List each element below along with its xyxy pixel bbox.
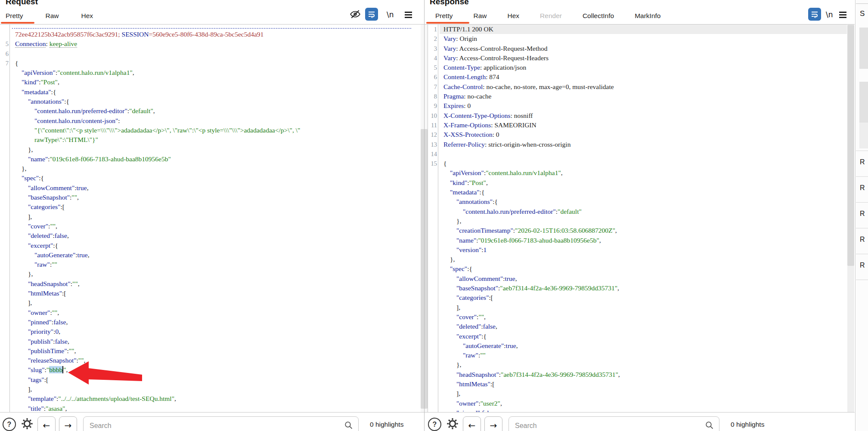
code-line: 6 (0, 49, 424, 58)
line-number (425, 322, 440, 331)
panel-divider[interactable] (424, 0, 425, 431)
code-line: "publishTime":"", (0, 346, 424, 356)
strip-item-partial[interactable]: R (860, 236, 865, 243)
response-viewer[interactable]: 1HTTP/1.1 200 OK2Vary: Origin3Vary: Acce… (425, 25, 855, 412)
line-number (425, 274, 440, 283)
line-number: 2 (425, 34, 440, 43)
help-icon[interactable]: ? (3, 418, 16, 431)
strip-item-partial[interactable]: R (860, 262, 865, 269)
word-wrap-icon[interactable] (808, 8, 821, 21)
line-number (0, 212, 12, 222)
line-number (0, 116, 12, 126)
line-number: 13 (425, 140, 440, 149)
line-number (0, 87, 12, 97)
code-line: 5Connection: keep-alive (0, 39, 424, 49)
code-line: "autoGenerate":true, (425, 341, 855, 351)
code-line: 8Pragma: no-cache (425, 92, 855, 101)
request-title: Request (6, 0, 38, 6)
next-match-button[interactable]: → (484, 416, 502, 431)
line-number (425, 207, 440, 216)
settings-gear-icon[interactable] (20, 417, 34, 431)
line-number (425, 216, 440, 226)
code-line: "content.halo.run/preferred-editor":"def… (425, 207, 855, 216)
response-scrollbar-thumb[interactable] (847, 25, 854, 266)
response-title: Response (430, 0, 469, 6)
code-line: ], (0, 385, 424, 394)
line-number (425, 293, 440, 302)
strip-top-border (856, 3, 868, 4)
code-line: "excerpt":{ (0, 241, 424, 250)
line-number: 1 (425, 25, 440, 34)
previous-match-button[interactable]: ← (37, 416, 56, 431)
code-line: "annotations":{ (425, 197, 855, 206)
line-number (0, 289, 12, 298)
word-wrap-icon[interactable] (365, 8, 378, 21)
tab-pretty[interactable]: Pretty (435, 12, 453, 20)
line-number: 3 (425, 44, 440, 53)
code-line: 14 (425, 149, 855, 159)
tab-hex[interactable]: Hex (81, 12, 93, 20)
search-input[interactable] (508, 416, 719, 431)
tab-markinfo[interactable]: MarkInfo (635, 12, 660, 20)
line-number: 12 (425, 130, 440, 139)
search-input[interactable] (83, 416, 359, 431)
strip-item-partial[interactable]: R (860, 158, 865, 166)
code-line: "pinned":false, (0, 317, 424, 327)
menu-icon[interactable] (405, 12, 412, 19)
strip-item-partial[interactable]: R (860, 210, 865, 218)
strip-block[interactable] (859, 28, 868, 69)
code-line: "name":"019c61e8-f066-7183-ahud-baa8b109… (425, 236, 855, 245)
tab-pretty[interactable]: Pretty (6, 12, 23, 20)
request-editor[interactable]: 72ee422125b342acb95857f6c3ac9291; SESSIO… (0, 25, 424, 412)
code-line: }, (425, 216, 855, 226)
strip-block[interactable] (859, 82, 868, 123)
previous-match-button[interactable]: ← (463, 416, 481, 431)
line-number (0, 394, 12, 403)
tab-hex[interactable]: Hex (508, 12, 520, 20)
search-icon (705, 421, 714, 431)
selected-text: bbbb (49, 366, 62, 373)
line-number (425, 370, 440, 379)
settings-gear-icon[interactable] (446, 417, 459, 431)
code-line: "version":1 (425, 245, 855, 255)
newline-toggle-icon[interactable]: \n (387, 10, 394, 19)
hide-invisible-icon[interactable] (350, 9, 361, 22)
line-number (0, 327, 12, 336)
newline-toggle-icon[interactable]: \n (826, 10, 833, 19)
line-number (0, 68, 12, 77)
code-line: 12X-XSS-Protection: 0 (425, 130, 855, 139)
response-panel: Response PrettyRawHexRenderCollectInfoMa… (425, 0, 855, 431)
help-icon[interactable]: ? (428, 418, 441, 431)
line-number (0, 365, 12, 375)
line-number: 6 (425, 72, 440, 82)
code-line: }, (0, 145, 424, 154)
strip-item-partial[interactable]: R (860, 184, 865, 192)
tab-raw[interactable]: Raw (45, 12, 59, 20)
line-number (425, 255, 440, 264)
line-number (0, 222, 12, 231)
next-match-button[interactable]: → (59, 416, 77, 431)
code-line: "title":"asasa", (0, 404, 424, 412)
line-number (0, 231, 12, 240)
line-number (0, 97, 12, 106)
strip-block[interactable] (859, 123, 868, 148)
code-line: "excerpt":{ (425, 332, 855, 341)
code-line: 13Referrer-Policy: strict-origin-when-cr… (425, 140, 855, 149)
response-search-bar: ? ← → 0 highlights (425, 416, 855, 431)
line-number (425, 226, 440, 235)
tab-collectinfo[interactable]: CollectInfo (583, 12, 614, 20)
code-line: 5Content-Type: application/json (425, 63, 855, 72)
response-tab-bar: PrettyRawHexRenderCollectInfoMarkInfo (425, 9, 855, 23)
menu-icon[interactable] (839, 12, 846, 19)
line-number: 14 (425, 149, 440, 159)
line-number (0, 250, 12, 260)
line-number (0, 145, 12, 154)
line-number (0, 30, 12, 39)
tab-raw[interactable]: Raw (473, 12, 487, 20)
line-number: 8 (425, 92, 440, 101)
code-line: "headSnapshot":"aeb7f314-4f2a-4e36-9969-… (425, 370, 855, 379)
code-line: "publish":false, (0, 337, 424, 346)
line-number: 4 (425, 53, 440, 63)
tab-render[interactable]: Render (540, 12, 562, 20)
code-line: "headSnapshot":"", (0, 279, 424, 289)
